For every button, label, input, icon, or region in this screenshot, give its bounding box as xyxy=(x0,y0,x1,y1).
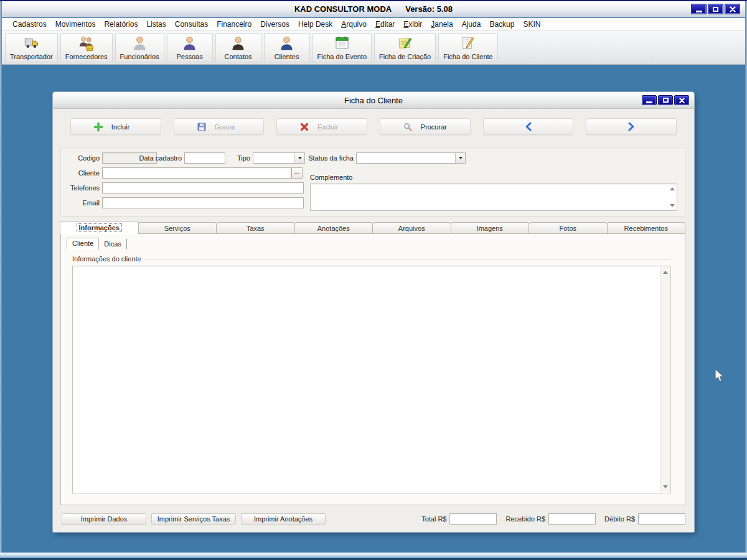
toolbar-button-transportador[interactable]: Transportador xyxy=(5,33,58,62)
tab-label: Informações xyxy=(77,223,122,232)
chevron-down-icon xyxy=(298,157,302,159)
telefones-input[interactable] xyxy=(102,182,304,194)
toolbar-button-contatos[interactable]: Contatos xyxy=(215,33,261,62)
tipo-dropdown-button[interactable] xyxy=(294,153,304,163)
toolbar-button-ficha-do-evento[interactable]: Ficha do Evento xyxy=(312,33,372,62)
total-input[interactable] xyxy=(449,513,497,525)
dialog-titlebar[interactable]: Ficha do Cliente xyxy=(53,92,694,109)
recebido-input[interactable] xyxy=(548,513,596,525)
tab-imagens[interactable]: Imagens xyxy=(451,222,530,234)
menu-item-listas[interactable]: Listas xyxy=(142,20,170,29)
tab-label: Arquivos xyxy=(398,225,425,232)
tab-label: Fotos xyxy=(559,225,576,232)
subtab-cliente[interactable]: Cliente xyxy=(67,238,99,250)
dialog-footer: Imprimir Dados Imprimir Serviços Taxas I… xyxy=(53,511,694,527)
dialog-maximize-button[interactable] xyxy=(658,95,673,105)
tab-fotos[interactable]: Fotos xyxy=(529,222,608,234)
gravar-label: Gravar xyxy=(215,123,241,131)
menu-item-exibir[interactable]: Exibir xyxy=(399,20,426,29)
menu-item-ajuda[interactable]: Ajuda xyxy=(458,20,486,29)
ficha-do-cliente-window: Ficha do Cliente Incluir xyxy=(53,92,694,532)
info-scrollbar xyxy=(660,267,670,492)
close-icon xyxy=(679,98,685,103)
toolbar-button-pessoas[interactable]: Pessoas xyxy=(167,33,213,62)
maximize-icon xyxy=(663,98,669,103)
dialog-close-button[interactable] xyxy=(674,95,689,105)
excluir-button[interactable]: Excluir xyxy=(276,118,367,135)
gravar-button[interactable]: Gravar xyxy=(174,118,265,135)
scroll-up-button[interactable] xyxy=(669,185,675,192)
subtab-dicas[interactable]: Dicas xyxy=(99,239,127,250)
toolbar-button-clientes[interactable]: Clientes xyxy=(264,33,310,62)
imprimir-anotacoes-button[interactable]: Imprimir Anotações xyxy=(241,513,326,525)
tipo-combobox[interactable] xyxy=(253,152,305,164)
dialog-title: Ficha do Cliente xyxy=(344,96,403,105)
maximize-button[interactable] xyxy=(708,4,723,14)
tipo-label: Tipo xyxy=(230,154,250,162)
menu-item-editar[interactable]: Editar xyxy=(371,20,399,29)
minimize-button[interactable] xyxy=(691,4,707,14)
save-icon xyxy=(197,123,206,131)
data-cadastro-input[interactable] xyxy=(184,152,225,164)
toolbar-button-ficha-do-cliente[interactable]: Ficha do Cliente xyxy=(438,33,498,62)
incluir-button[interactable]: Incluir xyxy=(70,118,161,135)
debito-input[interactable] xyxy=(638,513,685,525)
next-record-button[interactable] xyxy=(586,118,677,135)
procurar-label: Procurar xyxy=(421,123,447,131)
dialog-minimize-button[interactable] xyxy=(642,95,657,105)
status-da-ficha-combobox[interactable] xyxy=(356,152,466,164)
menu-item-backup[interactable]: Backup xyxy=(485,20,519,29)
toolbar-label: Transportador xyxy=(10,53,53,61)
imprimir-servicos-taxas-button[interactable]: Imprimir Serviços Taxas xyxy=(151,513,236,525)
informacoes-do-cliente-textarea[interactable] xyxy=(72,266,671,493)
total-label: Total R$ xyxy=(421,515,446,523)
procurar-button[interactable]: Procurar xyxy=(380,118,471,135)
cliente-browse-button[interactable]: ... xyxy=(291,167,303,179)
tipo-value xyxy=(253,153,294,163)
tab-recebimentos[interactable]: Recebimentos xyxy=(607,222,686,234)
triangle-up-icon xyxy=(663,271,668,274)
informacoes-do-cliente-group-label: Informações do cliente xyxy=(72,255,141,263)
tab-arquivos[interactable]: Arquivos xyxy=(372,222,451,234)
toolbar-button-ficha-de-criacao[interactable]: Ficha de Criação xyxy=(374,33,436,62)
main-window-title: KAD CONSULTOR MODA Versão: 5.08 xyxy=(294,4,453,14)
toolbar-button-fornecedores[interactable]: Fornecedores xyxy=(60,33,113,62)
menu-item-arquivo[interactable]: Arquivo xyxy=(337,20,371,29)
scroll-down-button[interactable] xyxy=(669,202,675,209)
app-version: Versão: 5.08 xyxy=(405,4,453,14)
tab-taxas[interactable]: Taxas xyxy=(216,222,295,234)
tab-servicos[interactable]: Serviços xyxy=(138,222,217,234)
complemento-value xyxy=(312,185,665,209)
menu-item-help-desk[interactable]: Help Desk xyxy=(294,20,337,29)
scroll-up-button[interactable] xyxy=(662,269,669,276)
menu-item-diversos[interactable]: Diversos xyxy=(256,20,294,29)
tab-label: Recebimentos xyxy=(624,225,668,232)
imprimir-dados-button[interactable]: Imprimir Dados xyxy=(62,513,146,525)
tab-anotacoes[interactable]: Anotações xyxy=(294,222,374,234)
dialog-window-controls xyxy=(642,95,689,105)
scroll-down-button[interactable] xyxy=(662,483,669,490)
complemento-label: Complemento xyxy=(310,174,352,181)
email-input[interactable] xyxy=(102,197,304,208)
menu-item-janela[interactable]: Janela xyxy=(426,20,457,29)
toolbar-label: Fornecedores xyxy=(65,53,108,61)
status-dropdown-button[interactable] xyxy=(455,153,465,163)
informacoes-tab-panel: Cliente Dicas Informações do cliente xyxy=(60,233,685,505)
toolbar-label: Pessoas xyxy=(176,53,202,61)
cliente-input[interactable] xyxy=(102,167,291,179)
tab-informacoes[interactable]: Informações xyxy=(60,221,139,234)
previous-record-button[interactable] xyxy=(483,118,574,135)
close-button[interactable] xyxy=(725,4,740,14)
menu-item-relatorios[interactable]: Relatórios xyxy=(100,20,142,29)
menu-item-financeiro[interactable]: Financeiro xyxy=(212,20,256,29)
menu-item-consultas[interactable]: Consultas xyxy=(171,20,212,29)
main-titlebar[interactable]: KAD CONSULTOR MODA Versão: 5.08 xyxy=(2,1,745,17)
menu-item-skin[interactable]: SKIN xyxy=(519,20,545,29)
email-label: Email xyxy=(65,199,100,207)
menu-item-movimentos[interactable]: Movimentos xyxy=(51,20,100,29)
toolbar-label: Ficha do Cliente xyxy=(443,53,493,61)
toolbar-button-funcionarios[interactable]: Funcionários xyxy=(115,33,164,62)
complemento-textarea[interactable] xyxy=(310,184,677,211)
menu-item-cadastros[interactable]: Cadastros xyxy=(8,20,51,29)
menu-bar: Cadastros Movimentos Relatórios Listas C… xyxy=(2,18,745,31)
